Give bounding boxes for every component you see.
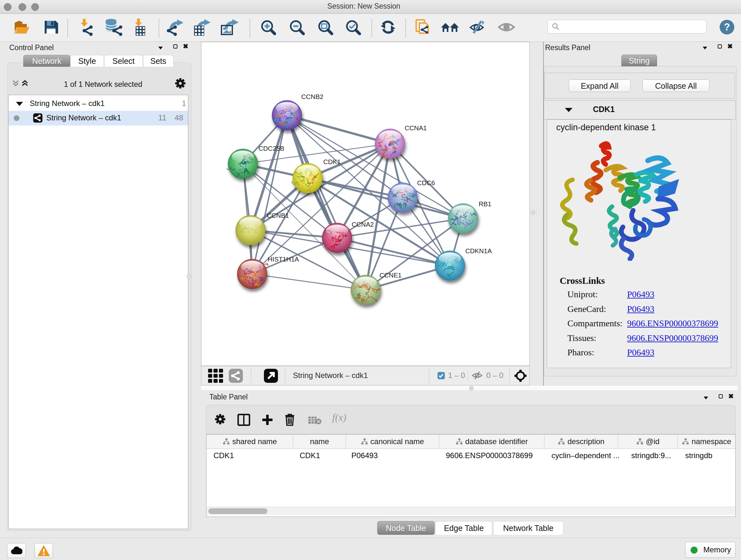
svg-text:CDC6: CDC6 bbox=[417, 179, 435, 186]
svg-text:CCNB2: CCNB2 bbox=[301, 93, 324, 100]
svg-text:CCNA1: CCNA1 bbox=[405, 124, 427, 132]
svg-text:CCNB1: CCNB1 bbox=[267, 212, 289, 219]
svg-text:RB1: RB1 bbox=[479, 200, 491, 207]
svg-text:CCNE1: CCNE1 bbox=[380, 271, 402, 279]
svg-text:CDKN1A: CDKN1A bbox=[465, 247, 492, 254]
svg-text:CDC25B: CDC25B bbox=[259, 145, 284, 152]
svg-text:CCNA2: CCNA2 bbox=[352, 221, 374, 228]
svg-text:CDK1: CDK1 bbox=[323, 158, 341, 165]
svg-text:HIST1H1A: HIST1H1A bbox=[268, 255, 299, 263]
